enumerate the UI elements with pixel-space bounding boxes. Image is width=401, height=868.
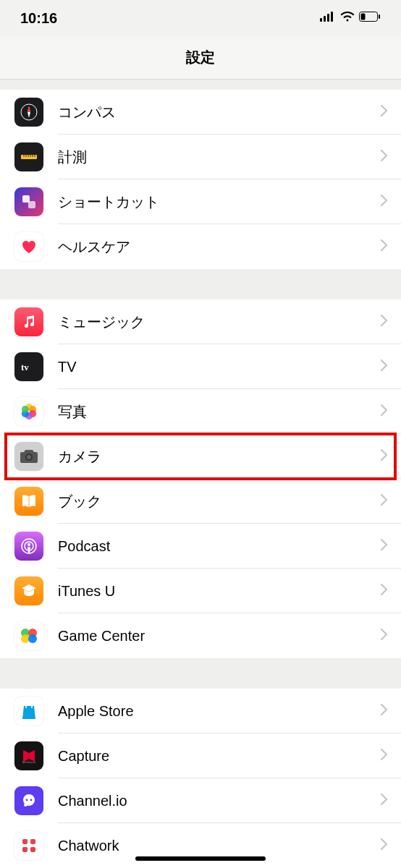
settings-row-tv[interactable]: tv TV: [0, 344, 401, 389]
svg-rect-17: [22, 195, 30, 203]
settings-row-applestore[interactable]: Apple Store: [0, 689, 401, 733]
itunesu-icon: [14, 576, 43, 605]
chevron-right-icon: [381, 195, 388, 209]
settings-row-label: 写真: [58, 402, 381, 422]
chevron-right-icon: [381, 494, 388, 509]
settings-row-chatwork[interactable]: Chatwork: [0, 823, 401, 868]
channelio-icon: [14, 786, 43, 815]
page-title: 設定: [186, 48, 215, 67]
svg-text:tv: tv: [21, 362, 29, 373]
music-icon: [14, 307, 43, 336]
settings-group: Apple Store Matterport Capture Channel.i…: [0, 689, 401, 868]
settings-row-label: Chatwork: [58, 838, 381, 854]
svg-rect-42: [22, 847, 28, 852]
podcast-icon: [14, 532, 43, 561]
group-gap: [0, 269, 401, 299]
settings-row-label: Capture: [58, 748, 381, 765]
settings-row-label: TV: [58, 359, 381, 375]
compass-icon: [14, 98, 43, 127]
status-bar: 10:16: [0, 0, 401, 36]
svg-rect-18: [28, 201, 35, 208]
battery-icon: [359, 12, 381, 25]
settings-row-label: 計測: [58, 148, 381, 167]
settings-row-compass[interactable]: コンパス: [0, 90, 401, 135]
svg-rect-2: [327, 14, 329, 22]
svg-marker-9: [28, 106, 30, 112]
settings-row-itunesu[interactable]: iTunes U: [0, 569, 401, 613]
settings-row-podcast[interactable]: Podcast: [0, 524, 401, 569]
settings-row-camera[interactable]: カメラ: [0, 434, 401, 479]
health-icon: [14, 232, 43, 261]
settings-row-health[interactable]: ヘルスケア: [0, 224, 401, 269]
settings-row-measure[interactable]: 計測: [0, 135, 401, 179]
chevron-right-icon: [381, 404, 388, 419]
svg-rect-1: [324, 16, 326, 22]
settings-row-gamecenter[interactable]: Game Center: [0, 613, 401, 658]
group-gap: [0, 80, 401, 90]
settings-group: コンパス 計測 ショートカット ヘルスケア: [0, 90, 401, 269]
chevron-right-icon: [381, 539, 388, 553]
chevron-right-icon: [381, 629, 388, 643]
tv-icon: tv: [14, 352, 43, 381]
svg-rect-43: [30, 847, 35, 852]
settings-row-capture[interactable]: Matterport Capture: [0, 733, 401, 778]
settings-row-label: ミュージック: [58, 312, 381, 332]
chevron-right-icon: [381, 239, 388, 254]
status-time: 10:16: [20, 10, 57, 27]
cellular-icon: [320, 12, 336, 25]
svg-point-35: [28, 634, 37, 643]
chevron-right-icon: [381, 150, 388, 164]
photos-icon: [14, 397, 43, 426]
chatwork-icon: [14, 831, 43, 860]
settings-row-label: iTunes U: [58, 583, 381, 600]
settings-row-label: Podcast: [58, 538, 381, 555]
chevron-right-icon: [381, 584, 388, 598]
settings-row-label: Channel.io: [58, 793, 381, 809]
shortcuts-icon: [14, 187, 43, 216]
chevron-right-icon: [381, 359, 388, 374]
settings-row-photos[interactable]: 写真: [0, 389, 401, 434]
settings-row-label: Apple Store: [58, 703, 381, 720]
applestore-icon: [14, 697, 43, 726]
svg-point-27: [27, 455, 31, 459]
measure-icon: [14, 142, 43, 171]
settings-row-label: ブック: [58, 492, 381, 511]
chevron-right-icon: [381, 704, 388, 718]
chevron-right-icon: [381, 105, 388, 119]
camera-icon: [14, 442, 43, 471]
wifi-icon: [340, 12, 355, 25]
svg-rect-3: [331, 12, 333, 22]
settings-row-shortcuts[interactable]: ショートカット: [0, 179, 401, 224]
settings-row-books[interactable]: ブック: [0, 479, 401, 524]
settings-list: コンパス 計測 ショートカット ヘルスケア: [0, 80, 401, 868]
svg-rect-0: [320, 18, 322, 22]
svg-rect-6: [379, 14, 380, 19]
chevron-right-icon: [381, 793, 388, 808]
settings-row-label: コンパス: [58, 103, 381, 122]
chevron-right-icon: [381, 315, 388, 329]
svg-rect-40: [22, 839, 28, 844]
settings-row-label: Game Center: [58, 628, 381, 644]
capture-icon: Matterport: [14, 741, 43, 770]
svg-rect-5: [361, 14, 366, 20]
settings-group: ミュージック tv TV 写真 カメラ: [0, 299, 401, 658]
settings-row-music[interactable]: ミュージック: [0, 299, 401, 344]
chevron-right-icon: [381, 749, 388, 763]
svg-point-31: [28, 543, 30, 546]
svg-rect-41: [30, 839, 35, 844]
settings-row-channelio[interactable]: Channel.io: [0, 778, 401, 823]
status-right: [320, 12, 381, 25]
settings-row-label: ショートカット: [58, 192, 381, 212]
group-gap: [0, 658, 401, 689]
settings-row-label: ヘルスケア: [58, 237, 381, 257]
svg-point-39: [30, 799, 33, 801]
svg-point-38: [26, 799, 28, 801]
home-indicator: [135, 856, 266, 861]
nav-header: 設定: [0, 36, 401, 80]
gamecenter-icon: [14, 621, 43, 650]
chevron-right-icon: [381, 449, 388, 464]
settings-row-label: カメラ: [58, 447, 381, 467]
chevron-right-icon: [381, 838, 388, 853]
books-icon: [14, 487, 43, 516]
svg-point-25: [22, 406, 29, 413]
